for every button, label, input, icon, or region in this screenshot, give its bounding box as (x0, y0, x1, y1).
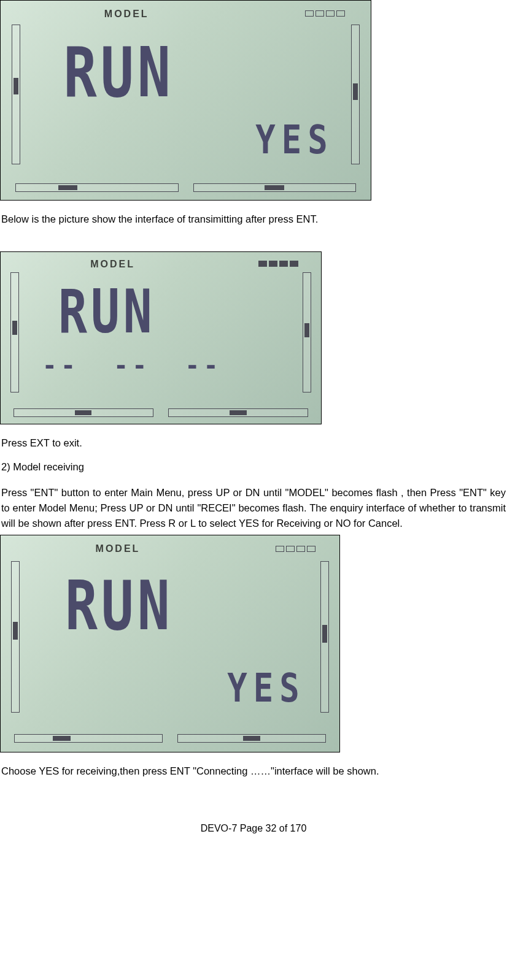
body-paragraph: Press "ENT" button to enter Main Menu, p… (1, 485, 506, 530)
bottom-trim-bars (14, 734, 326, 743)
bottom-trim-bars (14, 408, 308, 417)
right-trim-bar (351, 25, 360, 164)
lcd-screenshot-1: MODEL RUN YES (0, 0, 371, 201)
lcd-screenshot-2: MODEL RUN -- -- -- (0, 251, 322, 424)
left-trim-bar (11, 561, 20, 713)
lcd1-label: MODEL (104, 7, 149, 21)
lcd1-sub-text: YES (255, 109, 334, 169)
battery-indicator-icon (305, 10, 345, 17)
bottom-trim-bars (15, 183, 356, 192)
caption-2: Press EXT to exit. (1, 435, 506, 451)
lcd2-dashes: -- -- -- (42, 347, 222, 384)
section-heading: 2) Model receiving (1, 459, 506, 475)
battery-indicator-icon (276, 546, 315, 552)
left-trim-bar (10, 272, 19, 392)
right-trim-bar (320, 561, 329, 713)
lcd3-label: MODEL (96, 542, 141, 556)
lcd3-main-text: RUN (65, 555, 174, 656)
lcd3-sub-text: YES (227, 658, 306, 718)
caption-3: Choose YES for receiving,then press ENT … (1, 764, 506, 779)
lcd2-main-text: RUN (58, 267, 156, 356)
lcd1-main-text: RUN (64, 20, 175, 124)
battery-indicator-icon (258, 261, 298, 267)
lcd-screenshot-3: MODEL RUN YES (0, 535, 340, 752)
right-trim-bar (303, 272, 311, 392)
left-trim-bar (12, 25, 20, 164)
caption-1: Below is the picture show the interface … (1, 212, 506, 227)
page-footer: DEVO-7 Page 32 of 170 (0, 821, 507, 836)
